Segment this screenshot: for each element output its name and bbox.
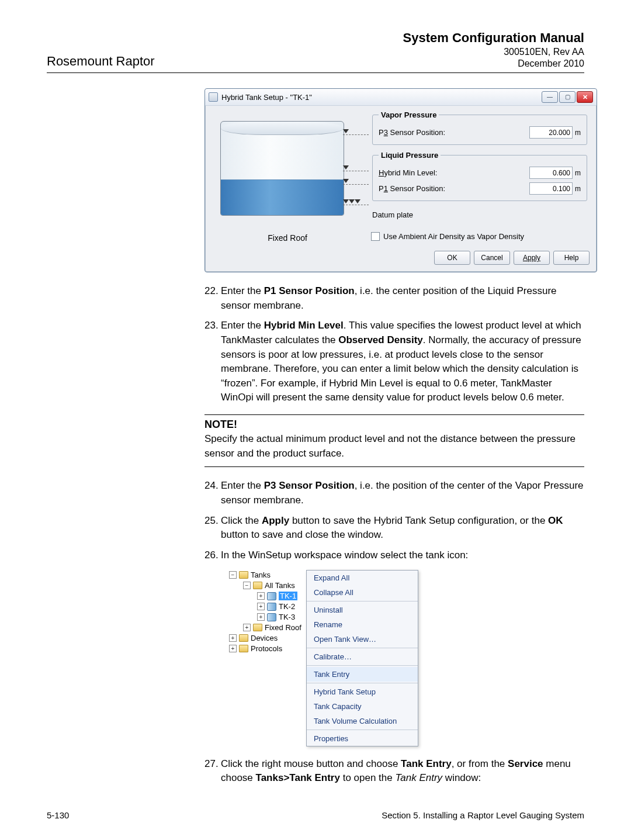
- note-heading: NOTE!: [204, 419, 584, 431]
- expand-icon[interactable]: +: [257, 613, 265, 621]
- tree-node-tanks[interactable]: Tanks: [251, 571, 271, 579]
- expand-icon[interactable]: +: [229, 645, 237, 652]
- folder-icon: [239, 634, 248, 642]
- note-text: Specify the actual minimum product level…: [204, 432, 584, 461]
- expand-icon[interactable]: +: [257, 603, 265, 610]
- manual-title: System Configuration Manual: [403, 30, 584, 46]
- step-number: 22.: [204, 284, 221, 313]
- menu-tank-capacity[interactable]: Tank Capacity: [307, 699, 418, 714]
- p3-sensor-position-input[interactable]: [529, 126, 573, 139]
- datum-plate-label: Datum plate: [371, 207, 588, 224]
- help-button[interactable]: Help: [553, 251, 590, 265]
- hybrid-min-level-unit: m: [575, 169, 581, 177]
- hybrid-tank-setup-dialog: Hybrid Tank Setup - "TK-1" — ▢ ✕: [204, 88, 597, 272]
- menu-tank-entry[interactable]: Tank Entry: [307, 667, 418, 682]
- window-maximize-button[interactable]: ▢: [559, 91, 575, 103]
- p1-sensor-position-input[interactable]: [529, 182, 573, 195]
- step-number: 23.: [204, 319, 221, 405]
- instruction-step: 26.In the WinSetup workspace window sele…: [204, 548, 584, 563]
- instruction-step: 24.Enter the P3 Sensor Position, i.e. th…: [204, 479, 584, 507]
- step-number: 27.: [204, 757, 221, 786]
- menu-rename[interactable]: Rename: [307, 617, 418, 632]
- menu-open-tank-view[interactable]: Open Tank View…: [307, 632, 418, 647]
- menu-expand-all[interactable]: Expand All: [307, 571, 418, 585]
- tree-node-tk2[interactable]: TK-2: [279, 602, 295, 611]
- instruction-step: 22.Enter the P1 Sensor Position, i.e. th…: [204, 284, 584, 313]
- step-text: Click the Apply button to save the Hybri…: [221, 514, 584, 542]
- expand-icon[interactable]: −: [243, 582, 251, 589]
- window-icon: [209, 92, 218, 102]
- menu-properties[interactable]: Properties: [307, 731, 418, 746]
- dialog-title: Hybrid Tank Setup - "TK-1": [221, 93, 312, 102]
- step-text: Click the right mouse button and choose …: [221, 757, 584, 786]
- tank-icon: [267, 603, 276, 611]
- window-close-button[interactable]: ✕: [577, 91, 593, 103]
- step-number: 24.: [204, 479, 221, 507]
- instruction-step: 23.Enter the Hybrid Min Level. This valu…: [204, 319, 584, 405]
- instruction-step: 27.Click the right mouse button and choo…: [204, 757, 584, 786]
- step-text: Enter the Hybrid Min Level. This value s…: [221, 319, 584, 405]
- cancel-button[interactable]: Cancel: [474, 251, 510, 265]
- menu-tank-volume-calculation[interactable]: Tank Volume Calculation: [307, 714, 418, 728]
- p1-sensor-label: P1 Sensor Position:: [379, 184, 455, 193]
- apply-button[interactable]: Apply: [514, 251, 550, 265]
- context-menu: Expand All Collapse All Uninstall Rename…: [306, 570, 418, 746]
- hybrid-min-level-input[interactable]: [529, 167, 573, 179]
- liquid-pressure-legend: Liquid Pressure: [379, 151, 441, 160]
- hybrid-min-level-label: Hybrid Min Level:: [379, 168, 455, 177]
- tank-type-label: Fixed Roof: [209, 233, 366, 243]
- tank-icon: [267, 592, 276, 600]
- ambient-density-checkbox[interactable]: [371, 232, 380, 241]
- expand-icon[interactable]: +: [257, 592, 265, 600]
- liquid-pressure-group: Liquid Pressure Hybrid Min Level: m P1 S…: [372, 151, 587, 201]
- folder-icon: [253, 582, 262, 589]
- expand-icon[interactable]: +: [243, 624, 251, 631]
- tree-node-fixed-roof[interactable]: Fixed Roof: [265, 623, 301, 632]
- p1-unit: m: [575, 185, 581, 193]
- folder-icon: [239, 571, 248, 579]
- p3-unit: m: [575, 129, 581, 137]
- section-label: Section 5. Installing a Raptor Level Gau…: [382, 810, 584, 820]
- step-number: 26.: [204, 548, 221, 563]
- step-number: 25.: [204, 514, 221, 542]
- vapor-pressure-group: Vapor Pressure P3 Sensor Position: m: [372, 110, 587, 145]
- tree-node-tk1[interactable]: TK-1: [279, 592, 297, 600]
- folder-icon: [239, 645, 248, 652]
- page-number: 5-130: [47, 810, 69, 820]
- tank-tree: −Tanks −All Tanks +TK-1 +TK-2 +TK-3 +Fix…: [228, 570, 303, 654]
- p3-sensor-label: P3 Sensor Position:: [379, 128, 455, 137]
- menu-hybrid-tank-setup[interactable]: Hybrid Tank Setup: [307, 685, 418, 699]
- step-text: In the WinSetup workspace window select …: [221, 548, 468, 563]
- step-text: Enter the P3 Sensor Position, i.e. the p…: [221, 479, 584, 507]
- folder-icon: [253, 624, 262, 631]
- menu-uninstall[interactable]: Uninstall: [307, 603, 418, 617]
- tree-node-devices[interactable]: Devices: [251, 634, 278, 642]
- doc-date: December 2010: [403, 58, 584, 69]
- expand-icon[interactable]: +: [229, 634, 237, 642]
- window-minimize-button[interactable]: —: [542, 91, 558, 103]
- menu-collapse-all[interactable]: Collapse All: [307, 585, 418, 600]
- product-name: Rosemount Raptor: [47, 54, 155, 69]
- menu-calibrate[interactable]: Calibrate…: [307, 649, 418, 664]
- tree-node-all-tanks[interactable]: All Tanks: [265, 581, 295, 590]
- instruction-step: 25.Click the Apply button to save the Hy…: [204, 514, 584, 542]
- tank-illustration: Fixed Roof: [209, 110, 366, 245]
- ok-button[interactable]: OK: [434, 251, 470, 265]
- ambient-density-label: Use Ambient Air Density as Vapor Density: [383, 232, 524, 241]
- expand-icon[interactable]: −: [229, 571, 237, 579]
- doc-id: 300510EN, Rev AA: [403, 47, 584, 57]
- vapor-pressure-legend: Vapor Pressure: [379, 110, 439, 119]
- tree-node-tk3[interactable]: TK-3: [279, 613, 295, 621]
- tank-icon: [267, 613, 276, 621]
- tree-node-protocols[interactable]: Protocols: [251, 644, 282, 653]
- step-text: Enter the P1 Sensor Position, i.e. the c…: [221, 284, 584, 313]
